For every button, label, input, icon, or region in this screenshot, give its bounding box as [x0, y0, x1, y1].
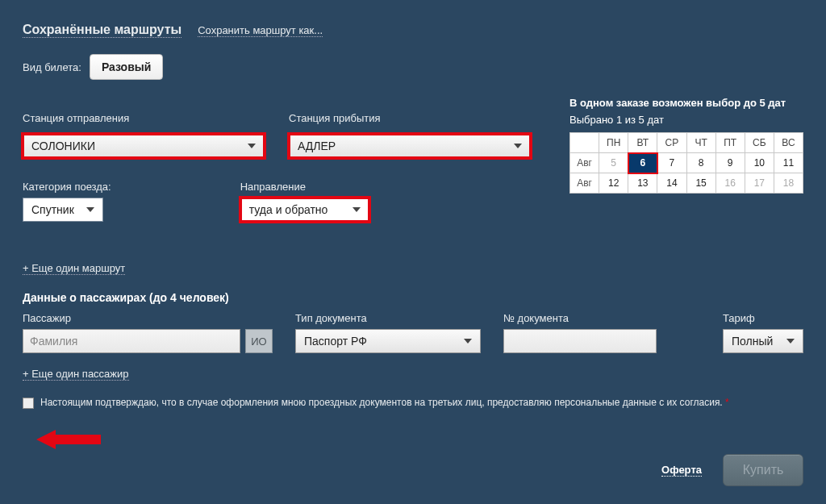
document-type-label: Тип документа [295, 312, 481, 324]
calendar-day[interactable]: 5 [599, 153, 628, 173]
direction-label: Направление [240, 181, 369, 193]
buy-button[interactable]: Купить [723, 454, 803, 486]
calendar-day[interactable]: 16 [715, 173, 745, 194]
ticket-type-button[interactable]: Разовый [90, 54, 163, 80]
consent-text: Настоящим подтверждаю, что в случае офор… [40, 397, 729, 410]
save-route-as-link[interactable]: Сохранить маршрут как... [198, 24, 323, 37]
calendar-day[interactable]: 10 [745, 153, 774, 173]
chevron-down-icon [86, 207, 94, 212]
ticket-type-label: Вид билета: [23, 61, 81, 73]
calendar-day[interactable]: 7 [657, 153, 686, 173]
saved-routes-link[interactable]: Сохранённые маршруты [23, 23, 181, 38]
train-category-value: Спутник [31, 203, 74, 216]
passenger-surname-label: Пассажир [23, 312, 273, 324]
weekday-header: ПН [599, 133, 628, 153]
consent-checkbox[interactable] [23, 398, 34, 409]
calendar-day-selected[interactable]: 6 [628, 153, 657, 173]
calendar-day[interactable]: 8 [686, 153, 715, 173]
departure-station-select[interactable]: СОЛОНИКИ [23, 134, 265, 158]
weekday-header: ВС [774, 133, 803, 153]
direction-value: туда и обратно [249, 203, 328, 216]
add-passenger-link[interactable]: + Еще один пассажир [23, 368, 129, 381]
train-category-select[interactable]: Спутник [23, 198, 103, 222]
calendar-day[interactable]: 12 [599, 173, 628, 194]
calendar-day[interactable]: 9 [715, 153, 745, 173]
document-type-value: Паспорт РФ [304, 335, 367, 348]
weekday-header: ЧТ [686, 133, 715, 153]
weekday-header: СБ [745, 133, 774, 153]
chevron-down-icon [248, 144, 256, 148]
calendar-day[interactable]: 14 [657, 173, 686, 194]
departure-station-value: СОЛОНИКИ [31, 140, 95, 152]
chevron-down-icon [786, 339, 795, 344]
chevron-down-icon [514, 144, 522, 148]
arrival-station-value: АДЛЕР [298, 140, 336, 152]
direction-select[interactable]: туда и обратно [240, 198, 369, 222]
calendar-day[interactable]: 15 [686, 173, 715, 194]
arrival-label: Станция прибытия [289, 112, 531, 124]
passengers-title: Данные о пассажирах (до 4 человек) [23, 291, 803, 304]
calendar-month: Авг [570, 173, 599, 194]
weekday-header: ВТ [628, 133, 657, 153]
calendar-day[interactable]: 18 [774, 173, 803, 194]
document-number-label: № документа [503, 312, 657, 324]
arrow-annotation-icon [36, 427, 101, 452]
weekday-header: СР [657, 133, 686, 153]
calendar: В одном заказе возможен выбор до 5 дат В… [569, 97, 803, 194]
passenger-initials-button[interactable]: ИО [245, 329, 273, 353]
calendar-month: Авг [570, 153, 599, 173]
weekday-header: ПТ [715, 133, 745, 153]
add-route-link[interactable]: + Еще один маршрут [23, 262, 125, 275]
calendar-day[interactable]: 11 [774, 153, 803, 173]
tariff-value: Полный [732, 335, 773, 348]
offer-link[interactable]: Оферта [661, 464, 702, 477]
document-type-select[interactable]: Паспорт РФ [295, 329, 481, 353]
chevron-down-icon [353, 207, 361, 212]
passenger-surname-input[interactable] [23, 329, 240, 353]
calendar-day[interactable]: 13 [628, 173, 657, 194]
required-star: * [725, 397, 729, 408]
calendar-table: ПН ВТ СР ЧТ ПТ СБ ВС Авг 5 6 7 8 9 10 11… [569, 132, 803, 194]
arrival-station-select[interactable]: АДЛЕР [289, 134, 531, 158]
calendar-day[interactable]: 17 [745, 173, 774, 194]
tariff-select[interactable]: Полный [723, 329, 803, 353]
departure-label: Станция отправления [23, 112, 265, 124]
document-number-input[interactable] [503, 329, 657, 353]
tariff-label: Тариф [723, 312, 803, 324]
calendar-selected-count: Выбрано 1 из 5 дат [569, 114, 803, 126]
train-category-label: Категория поезда: [23, 181, 111, 193]
chevron-down-icon [464, 339, 472, 344]
calendar-note: В одном заказе возможен выбор до 5 дат [569, 97, 803, 109]
svg-marker-0 [36, 430, 101, 449]
